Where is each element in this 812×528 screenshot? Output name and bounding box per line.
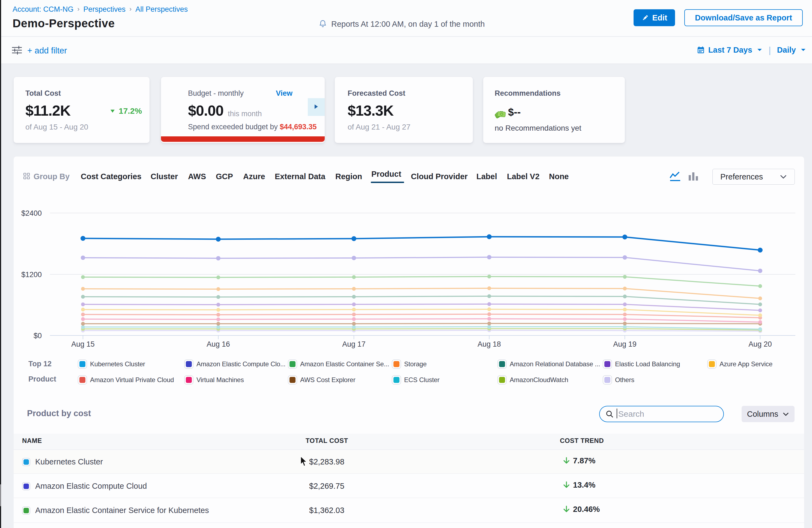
svg-text:$1200: $1200	[21, 270, 42, 279]
svg-text:Aug 19: Aug 19	[613, 340, 637, 348]
svg-text:Aug 15: Aug 15	[71, 340, 95, 348]
svg-text:Aug 20: Aug 20	[749, 340, 772, 348]
svg-text:Aug 16: Aug 16	[206, 340, 230, 348]
svg-text:Aug 18: Aug 18	[478, 340, 501, 348]
svg-text:Aug 17: Aug 17	[342, 340, 366, 348]
svg-text:$2400: $2400	[21, 209, 42, 217]
svg-text:$0: $0	[33, 332, 42, 340]
